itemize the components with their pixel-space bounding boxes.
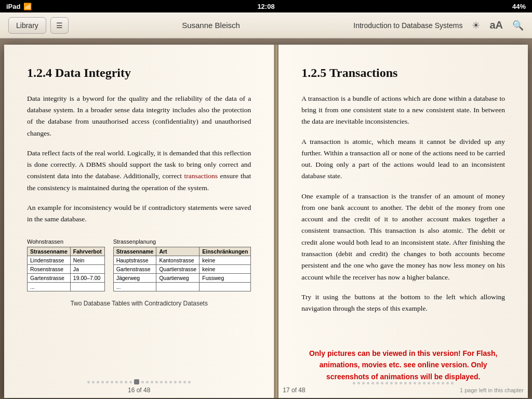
dot [432, 382, 435, 384]
book-title: Introduction to Database Systems [353, 21, 462, 30]
dot [451, 382, 454, 384]
dot [353, 382, 355, 384]
dot [125, 381, 127, 383]
dot [160, 381, 163, 383]
dot [371, 382, 374, 384]
right-para1: A transaction is a bundle of actions whi… [301, 93, 505, 128]
dot-active[interactable] [134, 379, 139, 384]
nav-bar: Library ☰ Susanne Bleisch Introduction t… [0, 12, 532, 38]
table2-col3: Einschränkungen [200, 247, 251, 256]
library-button[interactable]: Library [8, 17, 46, 34]
table2-wrapper: Strassenplanung Strassenname Art Einschr… [113, 238, 251, 291]
dot [376, 382, 379, 384]
table1-title: Wohnstrassen [27, 238, 105, 245]
dot [169, 381, 172, 383]
dot [106, 381, 109, 383]
flash-warning: Only pictures can be viewed in this vers… [301, 342, 505, 382]
dot [390, 382, 393, 384]
dot [357, 382, 360, 384]
table2-col2: Art [156, 247, 200, 256]
page-left: 1.2.4 Data Integrity Data integrity is a… [4, 45, 274, 398]
right-heading: 1.2.5 Transactions [301, 65, 505, 81]
dot [97, 381, 99, 383]
page-right: 1.2.5 Transactions A transaction is a bu… [278, 45, 528, 398]
left-heading: 1.2.4 Data Integrity [27, 65, 251, 81]
dot [385, 382, 388, 384]
dot [111, 381, 113, 383]
table2-col1: Strassenname [113, 247, 156, 256]
status-left: iPad 📶 [6, 3, 32, 10]
transactions-link[interactable]: transactions [184, 172, 217, 180]
left-para3: An example for inconsistency would be if… [27, 202, 251, 225]
table-row: ... [28, 283, 105, 291]
dot [155, 381, 158, 383]
tables-section: Wohnstrassen Strassenname Fahrverbot Lin… [27, 238, 251, 291]
brightness-icon[interactable]: ☀ [472, 20, 480, 31]
left-para2: Data reflect facts of the real world. Lo… [27, 148, 251, 194]
table-row: ... [113, 283, 251, 291]
dot [437, 382, 440, 384]
dot [409, 382, 411, 384]
dot [120, 381, 123, 383]
dot [367, 382, 369, 384]
right-para2: A transaction is atomic, which means it … [301, 136, 505, 182]
dot [395, 382, 397, 384]
dot [87, 381, 90, 383]
dot [362, 382, 365, 384]
status-time: 12:08 [257, 3, 274, 10]
dot [400, 382, 402, 384]
table-row: LindenstrasseNein [28, 256, 105, 265]
toc-button[interactable]: ☰ [50, 17, 69, 34]
right-para3: One example of a transaction is the tran… [301, 191, 505, 283]
dot [146, 381, 149, 383]
table1-wrapper: Wohnstrassen Strassenname Fahrverbot Lin… [27, 238, 105, 291]
chapter-note: 1 page left in this chapter [460, 387, 524, 393]
table1: Strassenname Fahrverbot LindenstrasseNei… [27, 247, 105, 291]
dot [115, 381, 118, 383]
table1-col1: Strassenname [28, 247, 71, 256]
nav-right: Introduction to Database Systems ☀ aA 🔍 [353, 19, 524, 31]
book: 1.2.4 Data Integrity Data integrity is a… [4, 45, 528, 398]
dot [414, 382, 416, 384]
dot [442, 382, 444, 384]
table-row: JägerwegQuartierwegFussweg [113, 274, 251, 283]
right-page-number: 17 of 48 [283, 387, 305, 394]
table-row: Gartenstrasse19.00–7.00 [28, 274, 105, 283]
dot [165, 381, 167, 383]
book-container: 1.2.4 Data Integrity Data integrity is a… [0, 38, 532, 399]
table1-col2: Fahrverbot [70, 247, 104, 256]
table-row: GartenstrasseQuartierstrassekeine [113, 265, 251, 274]
nav-left: Library ☰ [8, 17, 69, 34]
dot [404, 382, 407, 384]
dot [151, 381, 153, 383]
status-bar: iPad 📶 12:08 44% [0, 0, 532, 12]
wifi-icon: 📶 [23, 3, 32, 10]
dot [381, 382, 383, 384]
dot [92, 381, 95, 383]
dot [428, 382, 430, 384]
left-para1: Data integrity is a byword for the quali… [27, 93, 251, 139]
dot [183, 381, 186, 383]
dot [129, 381, 132, 383]
dot [179, 381, 181, 383]
right-para4: Try it using the buttons at the bottom t… [301, 291, 505, 315]
table-row: HauptstrasseKantonstrassekeine [113, 256, 251, 265]
table-row: RosenstrasseJa [28, 265, 105, 274]
table2: Strassenname Art Einschränkungen Hauptst… [113, 247, 251, 291]
table-caption: Two Database Tables with Contradictory D… [27, 300, 251, 307]
dot [418, 382, 421, 384]
book-spine [274, 45, 278, 398]
table2-title: Strassenplanung [113, 238, 251, 245]
font-size-icon[interactable]: aA [489, 19, 503, 31]
dot [188, 381, 191, 383]
dot [101, 381, 104, 383]
author-name: Susanne Bleisch [182, 21, 240, 30]
dot [423, 382, 425, 384]
dot [174, 381, 177, 383]
device-label: iPad [6, 3, 20, 10]
status-right: 44% [512, 3, 526, 10]
battery-label: 44% [512, 3, 526, 10]
search-icon[interactable]: 🔍 [512, 20, 524, 31]
dot [141, 381, 144, 383]
left-page-number: 16 of 48 [128, 387, 150, 394]
